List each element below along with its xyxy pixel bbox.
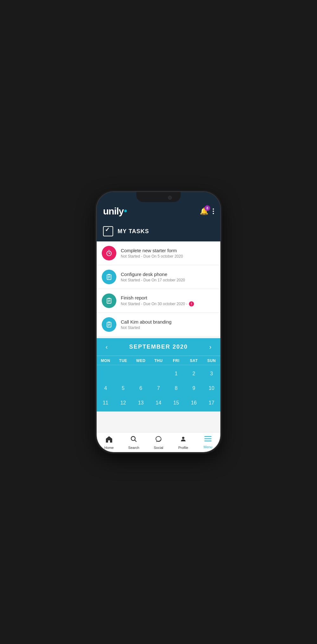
task-name-1: Complete new starter form [121, 248, 215, 253]
task-text-3: Finish report Not Started - Due On 30 oc… [121, 295, 215, 306]
cal-day-7[interactable]: 7 [150, 381, 167, 396]
calendar-section: ‹ SEPTEMBER 2020 › MON TUE WED THU FRI S… [97, 338, 220, 411]
nav-menu-label: Menu [204, 445, 212, 449]
cal-day-empty [97, 366, 114, 381]
dot-3 [213, 213, 214, 214]
task-name-2: Configure desk phone [121, 272, 215, 277]
nav-search[interactable]: Search [121, 432, 146, 452]
nav-menu[interactable]: Menu [196, 432, 220, 452]
day-header-sun: SUN [203, 358, 220, 363]
cal-day-13[interactable]: 13 [132, 396, 150, 410]
calendar-title: SEPTEMBER 2020 [129, 344, 188, 350]
social-icon [155, 436, 162, 444]
clipboard-icon [106, 321, 113, 328]
svg-line-3 [108, 250, 109, 251]
tasks-list: Complete new starter form Not Started - … [97, 241, 220, 336]
cal-day-14[interactable]: 14 [150, 396, 167, 410]
calendar-grid: MON TUE WED THU FRI SAT SUN 1 [97, 356, 220, 411]
clock-icon [106, 250, 113, 257]
app-header: unily 🔔 8 [97, 192, 220, 221]
dot-1 [213, 208, 214, 210]
day-header-wed: WED [132, 358, 150, 363]
cal-day-1[interactable]: 1 [167, 366, 185, 381]
cal-day-empty [114, 366, 132, 381]
cal-day-16[interactable]: 16 [185, 396, 203, 410]
logo-accent-dot [124, 210, 127, 212]
cal-day-2[interactable]: 2 [185, 366, 203, 381]
more-menu-button[interactable] [213, 208, 214, 214]
calendar-header: ‹ SEPTEMBER 2020 › [97, 338, 220, 356]
svg-line-21 [135, 440, 136, 442]
calendar-day-headers: MON TUE WED THU FRI SAT SUN [97, 356, 220, 365]
cal-day-10[interactable]: 10 [203, 381, 220, 396]
task-status-4: Not Started [121, 325, 215, 330]
cal-day-6[interactable]: 6 [132, 381, 150, 396]
logo-text: unily [103, 206, 124, 217]
day-header-fri: FRI [167, 358, 185, 363]
task-text-1: Complete new starter form Not Started - … [121, 248, 215, 259]
task-item[interactable]: Configure desk phone Not Started - Due O… [97, 265, 220, 289]
day-header-tue: TUE [114, 358, 132, 363]
cal-day-empty [132, 366, 150, 381]
svg-rect-11 [108, 298, 110, 299]
cal-day-4[interactable]: 4 [97, 381, 114, 396]
task-status-1: Not Started - Due On 5 october 2020 [121, 254, 215, 259]
camera-dot [168, 196, 172, 200]
notification-bell[interactable]: 🔔 8 [200, 207, 208, 215]
main-content: MY TASKS Comp [97, 221, 220, 432]
cal-day-3[interactable]: 3 [203, 366, 220, 381]
tasks-title: MY TASKS [118, 228, 149, 235]
dot-2 [213, 211, 214, 212]
cal-day-5[interactable]: 5 [114, 381, 132, 396]
calendar-prev-button[interactable]: ‹ [103, 343, 110, 351]
nav-home-label: Home [104, 446, 113, 450]
tasks-section-header: MY TASKS [97, 221, 220, 241]
cal-day-11[interactable]: 11 [97, 396, 114, 410]
svg-rect-16 [108, 322, 110, 323]
phone-frame: unily 🔔 8 MY TASKS [97, 192, 220, 452]
nav-social[interactable]: Social [146, 432, 171, 452]
nav-home[interactable]: Home [97, 432, 121, 452]
task-name-3: Finish report [121, 295, 215, 300]
cal-day-17[interactable]: 17 [203, 396, 220, 410]
svg-line-4 [109, 250, 110, 251]
task-icon-1 [102, 246, 116, 260]
svg-point-25 [182, 437, 184, 439]
tasks-checkbox-icon [103, 226, 113, 236]
clipboard-icon [106, 297, 113, 304]
nav-profile-label: Profile [178, 446, 188, 450]
svg-rect-6 [108, 274, 110, 275]
task-item[interactable]: Call Kim about branding Not Started [97, 313, 220, 336]
calendar-days: 1 2 3 4 5 6 7 8 9 10 11 12 13 14 [97, 365, 220, 411]
day-header-sat: SAT [185, 358, 203, 363]
svg-point-24 [159, 438, 160, 439]
task-icon-2 [102, 270, 116, 284]
calendar-next-button[interactable]: › [207, 343, 214, 351]
header-icons: 🔔 8 [200, 207, 214, 215]
notification-badge: 8 [204, 205, 210, 211]
cal-day-8[interactable]: 8 [167, 381, 185, 396]
bottom-nav: Home Search [97, 432, 220, 452]
task-status-2: Not Started - Due On 17 october 2020 [121, 278, 215, 282]
cal-day-15[interactable]: 15 [167, 396, 185, 410]
task-icon-3 [102, 293, 116, 308]
cal-day-12[interactable]: 12 [114, 396, 132, 410]
nav-profile[interactable]: Profile [171, 432, 196, 452]
phone-screen: unily 🔔 8 MY TASKS [97, 192, 220, 452]
task-item[interactable]: Finish report Not Started - Due On 30 oc… [97, 289, 220, 313]
svg-point-20 [131, 437, 135, 441]
task-text-4: Call Kim about branding Not Started [121, 319, 215, 330]
profile-icon [180, 436, 187, 444]
cal-day-9[interactable]: 9 [185, 381, 203, 396]
day-header-mon: MON [97, 358, 114, 363]
task-name-4: Call Kim about branding [121, 319, 215, 325]
search-icon [130, 436, 137, 444]
svg-point-23 [158, 438, 159, 439]
task-text-2: Configure desk phone Not Started - Due O… [121, 272, 215, 282]
task-status-3: Not Started - Due On 30 october 2020 - ! [121, 301, 215, 306]
day-header-thu: THU [150, 358, 167, 363]
urgent-icon: ! [189, 301, 194, 306]
nav-search-label: Search [128, 446, 139, 450]
task-item[interactable]: Complete new starter form Not Started - … [97, 241, 220, 265]
logo: unily [103, 206, 127, 217]
